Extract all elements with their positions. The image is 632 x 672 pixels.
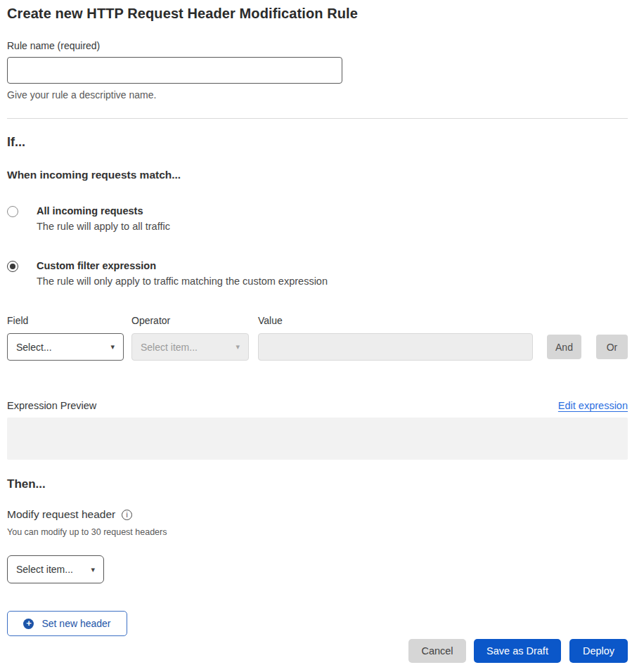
expression-builder-row: Field Select... ▾ Operator Select item..… (7, 315, 628, 361)
expression-preview-header: Expression Preview Edit expression (7, 400, 628, 411)
field-label: Field (7, 315, 124, 326)
section-divider (7, 118, 628, 119)
rule-name-help: Give your rule a descriptive name. (7, 89, 628, 101)
deploy-button[interactable]: Deploy (569, 639, 628, 663)
expression-preview-label: Expression Preview (7, 400, 96, 411)
chevron-down-icon: ▾ (110, 342, 115, 351)
radio-custom-filter-expression[interactable]: Custom filter expression The rule will o… (7, 260, 628, 287)
and-button[interactable]: And (547, 335, 581, 359)
match-subheading: When incoming requests match... (7, 169, 628, 181)
radio-custom-label: Custom filter expression (37, 260, 328, 271)
radio-all-incoming-requests[interactable]: All incoming requests The rule will appl… (7, 205, 628, 232)
operator-select: Select item... ▾ (131, 333, 249, 361)
save-as-draft-button[interactable]: Save as Draft (474, 639, 561, 663)
expression-preview-box (7, 418, 628, 460)
info-icon[interactable]: i (122, 510, 132, 520)
radio-all-description: The rule will apply to all traffic (37, 221, 170, 232)
operator-select-value: Select item... (141, 342, 198, 353)
match-radio-group: All incoming requests The rule will appl… (7, 205, 628, 287)
value-input (258, 333, 533, 361)
radio-custom-description: The rule will only apply to traffic matc… (37, 276, 328, 287)
field-select[interactable]: Select... ▾ (7, 333, 124, 361)
if-heading: If... (7, 135, 628, 150)
edit-expression-link[interactable]: Edit expression (558, 400, 628, 411)
create-rule-page: Create new HTTP Request Header Modificat… (0, 0, 632, 663)
header-item-select-value: Select item... (16, 564, 73, 575)
operator-label: Operator (131, 315, 249, 326)
footer-actions: Cancel Save as Draft Deploy (7, 639, 628, 663)
chevron-down-icon: ▾ (236, 342, 240, 351)
radio-all-label: All incoming requests (37, 205, 170, 217)
page-title: Create new HTTP Request Header Modificat… (7, 6, 628, 22)
rule-name-block: Rule name (required) Give your rule a de… (7, 40, 628, 101)
modify-request-header-label: Modify request header (7, 508, 115, 521)
cancel-button[interactable]: Cancel (408, 639, 466, 663)
then-heading: Then... (7, 477, 628, 491)
radio-circle-icon[interactable] (7, 261, 18, 272)
radio-circle-icon[interactable] (7, 206, 18, 217)
rule-name-label: Rule name (required) (7, 40, 628, 51)
plus-circle-icon: + (23, 619, 34, 629)
field-select-value: Select... (16, 342, 52, 353)
chevron-down-icon: ▾ (91, 565, 95, 574)
value-label: Value (258, 315, 533, 326)
rule-name-input[interactable] (7, 57, 342, 84)
set-new-header-button[interactable]: + Set new header (7, 611, 127, 636)
modify-header-help: You can modify up to 30 request headers (7, 527, 628, 537)
set-new-header-label: Set new header (41, 618, 110, 629)
header-item-select[interactable]: Select item... ▾ (7, 555, 104, 583)
or-button[interactable]: Or (596, 335, 628, 359)
